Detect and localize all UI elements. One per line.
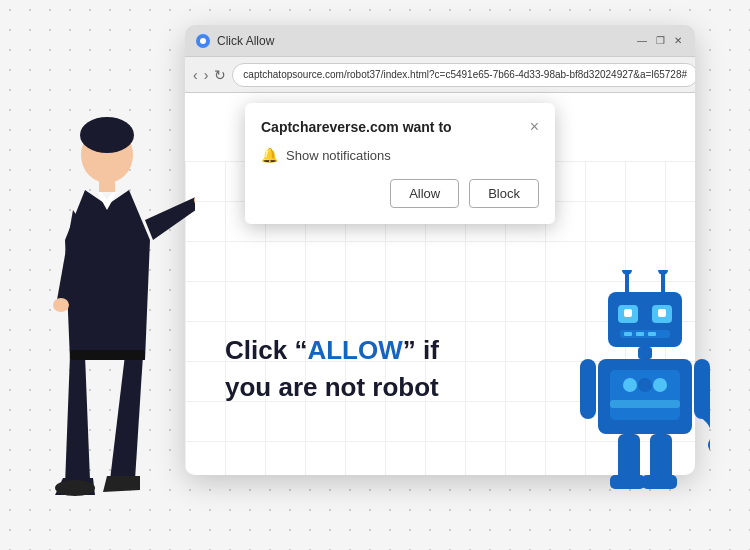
popup-title: Captchareverse.com want to	[261, 119, 452, 135]
svg-rect-17	[658, 309, 666, 317]
notification-popup: Captchareverse.com want to × 🔔 Show noti…	[245, 103, 555, 224]
popup-notification-row: 🔔 Show notifications	[261, 147, 539, 163]
svg-rect-19	[624, 332, 632, 336]
svg-rect-6	[70, 350, 145, 360]
svg-rect-29	[580, 359, 596, 419]
popup-close-button[interactable]: ×	[530, 119, 539, 135]
back-button[interactable]: ‹	[193, 64, 198, 86]
maximize-button[interactable]: ❐	[653, 34, 667, 48]
titlebar-controls: — ❐ ✕	[635, 34, 685, 48]
main-cta-text: Click “ALLOW” if you are not robot	[225, 332, 439, 405]
svg-point-27	[653, 378, 667, 392]
minimize-button[interactable]: —	[635, 34, 649, 48]
svg-rect-34	[642, 475, 677, 489]
url-text: captchatopsource.com/robot37/index.html?…	[243, 69, 687, 80]
svg-rect-28	[610, 400, 680, 408]
svg-point-8	[200, 38, 206, 44]
browser-tab-title: Click Allow	[217, 34, 635, 48]
svg-rect-2	[99, 178, 115, 192]
svg-rect-24	[610, 370, 680, 420]
address-bar[interactable]: captchatopsource.com/robot37/index.html?…	[232, 63, 695, 87]
svg-point-12	[658, 270, 668, 275]
browser-toolbar: ‹ › ↻ captchatopsource.com/robot37/index…	[185, 57, 695, 93]
browser-favicon	[195, 33, 211, 49]
person-figure	[35, 100, 195, 520]
suffix-if: if	[416, 335, 439, 365]
svg-rect-21	[648, 332, 656, 336]
svg-point-5	[55, 480, 95, 496]
svg-rect-20	[636, 332, 644, 336]
browser-titlebar: Click Allow — ❐ ✕	[185, 25, 695, 57]
popup-header: Captchareverse.com want to ×	[261, 119, 539, 135]
svg-rect-22	[638, 347, 652, 359]
svg-point-25	[623, 378, 637, 392]
quote-open: “	[294, 335, 307, 365]
click-prefix: Click	[225, 335, 294, 365]
robot-figure	[580, 270, 710, 490]
popup-buttons: Allow Block	[261, 179, 539, 208]
svg-rect-33	[610, 475, 645, 489]
notification-text: Show notifications	[286, 148, 391, 163]
svg-point-1	[80, 117, 134, 153]
svg-point-4	[53, 298, 69, 312]
block-button[interactable]: Block	[469, 179, 539, 208]
allow-button[interactable]: Allow	[390, 179, 459, 208]
svg-point-26	[638, 378, 652, 392]
line2-text: you are not robot	[225, 369, 439, 405]
svg-rect-15	[624, 309, 632, 317]
quote-close: ”	[403, 335, 416, 365]
close-button[interactable]: ✕	[671, 34, 685, 48]
allow-word: ALLOW	[307, 335, 402, 365]
forward-button[interactable]: ›	[204, 64, 209, 86]
bell-icon: 🔔	[261, 147, 278, 163]
svg-point-10	[622, 270, 632, 275]
refresh-button[interactable]: ↻	[214, 64, 226, 86]
